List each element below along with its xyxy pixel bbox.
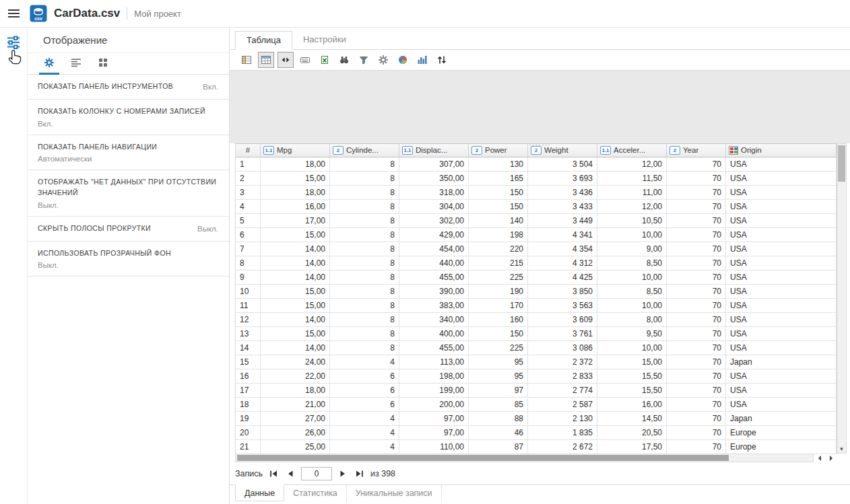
table-cell[interactable]: 8 — [330, 256, 399, 271]
find-icon[interactable] — [336, 52, 352, 68]
sort-icon[interactable] — [434, 52, 450, 68]
table-cell[interactable]: 350,00 — [399, 172, 469, 186]
table-cell[interactable]: 88 — [469, 412, 528, 426]
table-row[interactable]: 1524,004113,00952 37215,0070Japan — [236, 355, 837, 369]
table-row[interactable]: 1315,008400,001503 7619,5070USA — [236, 327, 837, 341]
scroll-right-icon[interactable] — [827, 454, 835, 462]
table-cell[interactable]: 2 — [236, 172, 261, 186]
table-cell[interactable]: 15,00 — [261, 327, 330, 341]
fit-width-icon[interactable] — [277, 52, 294, 68]
table-cell[interactable]: 225 — [469, 341, 528, 355]
table-cell[interactable]: 70 — [667, 369, 726, 384]
table-cell[interactable]: 6 — [236, 228, 261, 242]
table-row[interactable]: 1821,006200,00852 58716,0070USA — [236, 398, 837, 412]
table-cell[interactable]: 8,50 — [597, 285, 667, 299]
table-cell[interactable]: 8 — [330, 242, 399, 256]
table-cell[interactable]: 3 693 — [528, 172, 597, 186]
vertical-scrollbar-thumb[interactable] — [838, 145, 845, 182]
table-cell[interactable]: 21,00 — [261, 398, 330, 412]
table-cell[interactable]: USA — [726, 256, 837, 271]
table-cell[interactable]: 307,00 — [399, 157, 469, 172]
table-cell[interactable]: 14,00 — [261, 242, 330, 256]
record-number-input[interactable] — [301, 467, 332, 480]
table-cell[interactable]: 15,00 — [261, 285, 330, 299]
table-cell[interactable]: 140 — [469, 214, 528, 228]
table-row[interactable]: 1115,008383,001703 56310,0070USA — [236, 299, 837, 313]
table-cell[interactable]: 1 835 — [528, 426, 597, 440]
column-header-power[interactable]: 2Power — [469, 144, 528, 157]
table-cell[interactable]: 70 — [667, 299, 726, 313]
table-cell[interactable]: 8 — [330, 341, 399, 355]
setting-item[interactable]: ОТОБРАЖАТЬ "НЕТ ДАННЫХ" ПРИ ОТСУТСТВИИ З… — [28, 170, 229, 217]
table-cell[interactable]: 87 — [469, 440, 528, 454]
table-cell[interactable]: 25,00 — [261, 440, 330, 454]
table-cell[interactable]: Europe — [726, 440, 837, 454]
table-cell[interactable]: 3 449 — [528, 214, 597, 228]
table-cell[interactable]: 20,50 — [597, 426, 667, 440]
table-cell[interactable]: 70 — [667, 384, 726, 398]
table-cell[interactable]: 15 — [236, 355, 261, 369]
table-row[interactable]: 2026,00497,00461 83520,5070Europe — [236, 426, 837, 440]
table-cell[interactable]: 10 — [236, 285, 261, 299]
table-cell[interactable]: 10,00 — [597, 341, 667, 355]
table-cell[interactable]: 198,00 — [399, 369, 469, 384]
table-cell[interactable]: 12,00 — [597, 200, 667, 214]
table-cell[interactable]: 15,00 — [261, 172, 330, 186]
table-cell[interactable]: 390,00 — [399, 285, 469, 299]
table-cell[interactable]: 3 436 — [528, 186, 597, 200]
table-cell[interactable]: 14 — [236, 341, 261, 355]
table-cell[interactable]: 8 — [330, 271, 399, 285]
table-cell[interactable]: 24,00 — [261, 355, 330, 369]
table-cell[interactable]: 3 — [236, 186, 261, 200]
table-cell[interactable]: 4 354 — [528, 242, 597, 256]
table-cell[interactable]: 16,00 — [597, 398, 667, 412]
scroll-down-icon[interactable]: ▼ — [837, 446, 846, 452]
table-cell[interactable]: 15,50 — [597, 384, 667, 398]
table-cell[interactable]: 318,00 — [399, 186, 469, 200]
table-cell[interactable]: 70 — [667, 412, 726, 426]
table-cell[interactable]: 16,00 — [261, 200, 330, 214]
table-cell[interactable]: USA — [726, 157, 837, 172]
table-cell[interactable]: Europe — [726, 426, 837, 440]
table-cell[interactable]: 85 — [469, 398, 528, 412]
table-cell[interactable]: 14,00 — [261, 341, 330, 355]
table-cell[interactable]: 97,00 — [399, 426, 469, 440]
table-cell[interactable]: 3 086 — [528, 341, 597, 355]
table-cell[interactable]: 70 — [667, 200, 726, 214]
table-cell[interactable]: 95 — [469, 355, 528, 369]
table-cell[interactable]: 225 — [469, 271, 528, 285]
table-cell[interactable]: USA — [726, 398, 837, 412]
table-cell[interactable]: 170 — [469, 299, 528, 313]
table-cell[interactable]: 70 — [667, 186, 726, 200]
table-cell[interactable]: 97 — [469, 384, 528, 398]
table-cell[interactable]: 95 — [469, 369, 528, 384]
table-cell[interactable]: 6 — [330, 369, 399, 384]
table-cell[interactable]: 9 — [236, 271, 261, 285]
table-cell[interactable]: 20 — [236, 426, 261, 440]
table-cell[interactable]: 10,00 — [597, 299, 667, 313]
setting-item[interactable]: ИСПОЛЬЗОВАТЬ ПРОЗРАЧНЫЙ ФОНВыкл. — [28, 242, 229, 277]
table-row[interactable]: 215,008350,001653 69311,5070USA — [236, 172, 837, 186]
table-row[interactable]: 914,008455,002254 42510,0070USA — [236, 271, 837, 285]
table-cell[interactable]: 4 — [330, 355, 399, 369]
table-cell[interactable]: USA — [726, 172, 837, 186]
table-cell[interactable]: 97,00 — [399, 412, 469, 426]
setting-item[interactable]: ПОКАЗАТЬ ПАНЕЛЬ НАВИГАЦИИАвтоматически — [28, 135, 229, 171]
vertical-scrollbar[interactable]: ▼ — [837, 143, 847, 454]
table-cell[interactable]: 400,00 — [399, 327, 469, 341]
table-cell[interactable]: 8 — [330, 313, 399, 327]
table-cell[interactable]: 2 130 — [528, 412, 597, 426]
next-record-icon[interactable] — [337, 468, 349, 480]
table-cell[interactable]: 16 — [236, 369, 261, 384]
table-row[interactable]: 416,008304,001503 43312,0070USA — [236, 200, 837, 214]
table-cell[interactable]: 3 433 — [528, 200, 597, 214]
table-cell[interactable]: 160 — [469, 313, 528, 327]
table-cell[interactable]: 70 — [667, 256, 726, 271]
table-cell[interactable]: 10,00 — [597, 271, 667, 285]
horizontal-scrollbar[interactable] — [235, 454, 814, 462]
table-cell[interactable]: 165 — [469, 172, 528, 186]
setting-item[interactable]: ПОКАЗАТЬ ПАНЕЛЬ ИНСТРУМЕНТОВВкл. — [28, 75, 229, 100]
table-row[interactable]: 1414,008455,002253 08610,0070USA — [236, 341, 837, 355]
table-cell[interactable]: 18 — [236, 398, 261, 412]
table-cell[interactable]: 15,00 — [261, 299, 330, 313]
